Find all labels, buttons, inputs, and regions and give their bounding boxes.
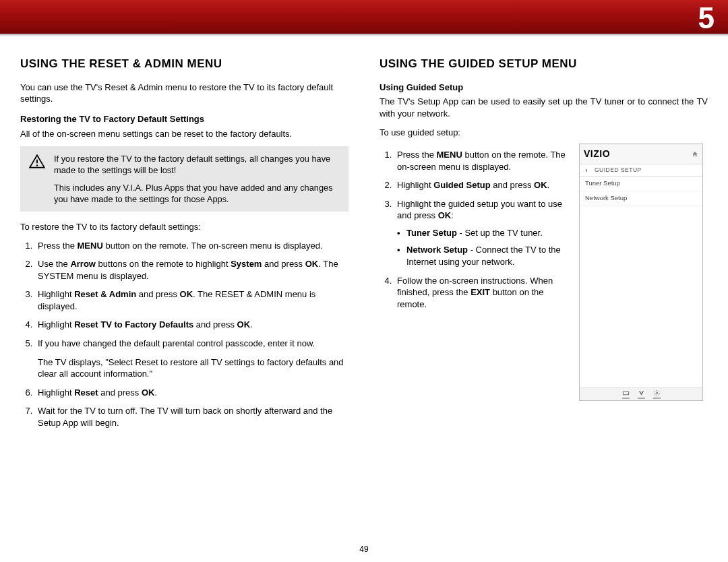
vizio-item-tuner: Tuner Setup (580, 177, 702, 191)
chapter-header-bar: 5 (0, 0, 728, 34)
manual-page: 5 USING THE RESET & ADMIN MENU You can u… (0, 0, 728, 562)
left-subhead: Restoring the TV to Factory Default Sett… (20, 113, 348, 125)
home-icon (692, 151, 698, 158)
right-lead: To use guided setup: (380, 127, 708, 139)
right-intro: The TV's Setup App can be used to easily… (380, 96, 708, 119)
right-bullets: Tuner Setup - Set up the TV tuner. Netwo… (397, 227, 568, 268)
svg-point-3 (656, 392, 658, 394)
right-body: Press the MENU button on the remote. The… (380, 145, 708, 401)
back-icon (584, 168, 589, 173)
warning-box: If you restore the TV to the factory def… (20, 146, 348, 212)
list-item: Highlight Guided Setup and press OK. (394, 179, 568, 191)
right-heading: USING THE GUIDED SETUP MENU (380, 57, 708, 72)
list-item: Tuner Setup - Set up the TV tuner. (406, 227, 568, 239)
left-intro: You can use the TV's Reset & Admin menu … (20, 82, 348, 105)
breadcrumb-label: GUIDED SETUP (595, 166, 642, 174)
left-lead: To restore the TV to its factory default… (20, 221, 348, 233)
vizio-breadcrumb: GUIDED SETUP (580, 164, 702, 177)
right-steps-wrap: Press the MENU button on the remote. The… (380, 145, 568, 401)
gear-icon (653, 389, 661, 399)
list-item: Press the MENU button on the remote. The… (394, 149, 568, 173)
warning-line1: If you restore the TV to the factory def… (54, 153, 340, 177)
left-subintro: All of the on-screen menu settings can b… (20, 128, 348, 140)
content-columns: USING THE RESET & ADMIN MENU You can use… (0, 36, 728, 435)
chapter-number: 5 (698, 1, 715, 35)
list-item: If you have changed the default parental… (35, 338, 348, 380)
vizio-empty (580, 206, 702, 387)
widescreen-icon (622, 389, 630, 399)
list-item: Highlight Reset & Admin and press OK. Th… (35, 288, 348, 312)
page-number: 49 (0, 544, 728, 554)
warning-line2: This includes any V.I.A. Plus Apps that … (54, 182, 340, 206)
step-note: The TV displays, "Select Reset to restor… (38, 356, 348, 380)
list-item: Network Setup - Connect the TV to the In… (406, 244, 568, 268)
list-item: Highlight Reset and press OK. (35, 387, 348, 399)
vizio-footer (580, 387, 702, 400)
left-heading: USING THE RESET & ADMIN MENU (20, 57, 348, 72)
warning-text: If you restore the TV to the factory def… (54, 153, 340, 205)
right-column: USING THE GUIDED SETUP MENU Using Guided… (380, 57, 708, 435)
list-item: Follow the on-screen instructions. When … (394, 275, 568, 311)
list-item: Use the Arrow buttons on the remote to h… (35, 258, 348, 282)
svg-rect-2 (623, 392, 628, 395)
svg-point-1 (36, 164, 38, 166)
vizio-header: VIZIO (580, 144, 702, 164)
warning-icon (28, 153, 46, 205)
vizio-v-icon (638, 389, 645, 399)
vizio-logo: VIZIO (584, 148, 610, 160)
vizio-item-network: Network Setup (580, 191, 702, 206)
right-subhead: Using Guided Setup (380, 82, 708, 94)
list-item: Highlight the guided setup you want to u… (394, 198, 568, 268)
list-item: Highlight Reset TV to Factory Defaults a… (35, 319, 348, 331)
list-item: Press the MENU button on the remote. The… (35, 240, 348, 252)
right-steps: Press the MENU button on the remote. The… (380, 149, 568, 310)
vizio-menu-illustration: VIZIO GUIDED SETUP Tuner Setup Network S… (579, 144, 703, 401)
left-column: USING THE RESET & ADMIN MENU You can use… (20, 57, 348, 435)
list-item: Wait for the TV to turn off. The TV will… (35, 405, 348, 429)
left-steps: Press the MENU button on the remote. The… (20, 240, 348, 429)
